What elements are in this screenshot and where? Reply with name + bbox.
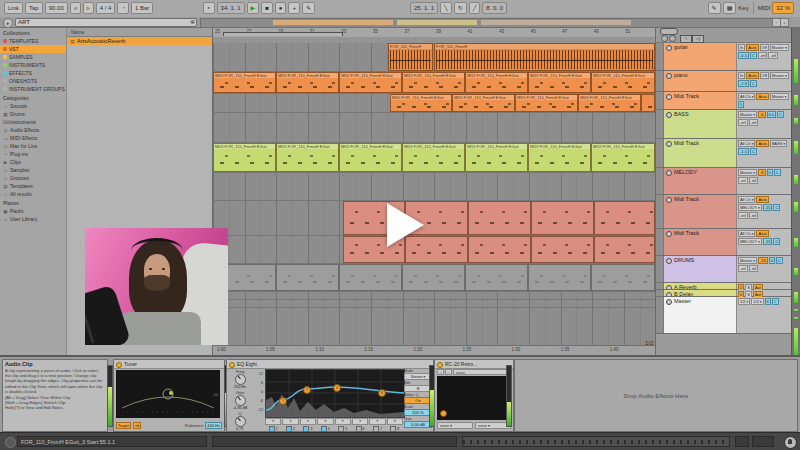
time-signature-field[interactable]: 4 / 4 xyxy=(96,2,116,14)
midi-clip[interactable]: MIDI FOR_110_FminH EGuit xyxy=(213,143,276,172)
mixer-chip[interactable]: All Ch xyxy=(738,196,755,203)
mixer-chip[interactable]: Off xyxy=(760,44,769,51)
sidebar-item-collection[interactable]: VST xyxy=(0,45,66,53)
midi-clip[interactable] xyxy=(468,236,531,263)
track-header-midi-track[interactable]: Midi TrackAll ChAutoMELODY-15C-inf-inf xyxy=(656,195,791,229)
arrangement-view[interactable]: 252729313335373941434547495153 FOR_110_F… xyxy=(213,28,655,355)
midi-clip[interactable]: MIDI FOR_110_FminH EGuit xyxy=(528,143,591,172)
sidebar-item-category[interactable]: ▤Templates xyxy=(0,182,66,190)
record-arm-icon[interactable] xyxy=(666,299,672,305)
eq-graph[interactable]: 1248 xyxy=(265,369,405,418)
track-crop-handle[interactable] xyxy=(656,195,664,228)
knob-dial[interactable] xyxy=(235,395,246,406)
sidebar-item-collection[interactable]: INSTRUMENT GROUPS xyxy=(0,85,66,93)
plugin-dropdown[interactable]: none xyxy=(437,422,473,429)
mixer-chip[interactable]: Auto xyxy=(746,44,758,51)
tuner-title-bar[interactable]: Tuner xyxy=(114,360,224,369)
quantize-menu[interactable]: 1 Bar xyxy=(131,2,153,14)
mixer-chip[interactable]: Auto xyxy=(756,230,768,237)
mixer-chip[interactable]: -inf xyxy=(738,265,748,272)
record-arm-icon[interactable] xyxy=(666,73,672,79)
mixer-chip[interactable]: MELODY xyxy=(738,204,762,211)
next-preset-button[interactable]: ▹ xyxy=(445,369,452,375)
device-drop-area[interactable]: Drop Audio Effects Here xyxy=(514,359,798,432)
arrangement-overview[interactable] xyxy=(200,18,788,28)
speaker-toggle-icon[interactable]: ◁) xyxy=(692,35,704,43)
band-filter-dropdown[interactable]: ▾ xyxy=(300,418,316,425)
knob-dial[interactable] xyxy=(235,416,246,427)
midi-clip[interactable]: MIDI FOR_110_FminH EGuit xyxy=(402,72,465,93)
mixer-chip[interactable]: C xyxy=(776,257,783,264)
mixer-chip[interactable]: 0 xyxy=(765,298,771,305)
track-header-drums[interactable]: DRUMSMaster-160C-inf-inf xyxy=(656,256,791,283)
track-header-melody[interactable]: MELODYMaster-80C-inf-inf xyxy=(656,168,791,195)
browser-search-input[interactable]: ART⊗ xyxy=(15,18,197,27)
mixer-chip[interactable]: Auto xyxy=(746,72,758,79)
tuner-target-button[interactable]: Target xyxy=(116,422,131,429)
link-button[interactable]: Link xyxy=(4,2,23,14)
midi-clip[interactable] xyxy=(591,264,655,291)
track-name[interactable]: B Delay xyxy=(664,290,736,296)
mixer-chip[interactable]: C xyxy=(774,169,781,176)
track-name[interactable]: Midi Track xyxy=(664,229,736,255)
track-name[interactable]: guitar xyxy=(664,43,736,70)
mixer-chip[interactable]: Auto xyxy=(756,196,768,203)
mixer-chip[interactable]: C xyxy=(773,238,780,245)
stop-button[interactable]: ■ xyxy=(261,2,273,14)
eq-band-node[interactable]: 1 xyxy=(279,397,287,405)
mixer-chip[interactable]: 0 xyxy=(769,257,775,264)
nudge-down-button[interactable]: ◃ xyxy=(70,2,81,14)
file-panel-name-header[interactable]: Name xyxy=(67,28,212,37)
eq-band-node[interactable]: 8 xyxy=(378,389,386,397)
prev-preset-button[interactable]: ◃ xyxy=(437,369,444,375)
sidebar-item-collection[interactable]: ONESHOTS xyxy=(0,77,66,85)
sidebar-item-category[interactable]: ∿Grooves xyxy=(0,174,66,182)
eq-title-bar[interactable]: EQ Eight xyxy=(227,360,433,369)
track-name[interactable]: Midi Track xyxy=(664,195,736,228)
preview-play-icon[interactable]: ▸ xyxy=(3,18,13,28)
mixer-chip[interactable]: -inf xyxy=(738,177,748,184)
mixer-chip[interactable]: All Ch xyxy=(738,230,755,237)
track-name[interactable]: piano xyxy=(664,71,736,91)
control-value[interactable]: B xyxy=(404,385,432,392)
midi-clip[interactable]: MIDI FOR_110_FminH EGuit xyxy=(402,143,465,172)
track-name[interactable]: DRUMS xyxy=(664,256,736,282)
control-value[interactable]: On xyxy=(404,397,432,404)
mixer-chip[interactable]: -0.5 xyxy=(738,52,749,59)
device-on-icon[interactable] xyxy=(229,362,235,368)
mixer-chip[interactable]: In xyxy=(738,44,745,51)
midi-clip[interactable]: MIDI FOR_110_FminH EGuit xyxy=(515,94,578,112)
record-arm-icon[interactable] xyxy=(666,292,672,296)
sidebar-item-place[interactable]: ⌂User Library xyxy=(0,215,66,223)
sends-toggle-icon[interactable] xyxy=(669,35,676,42)
track-name[interactable]: Midi Track xyxy=(664,92,736,109)
band-filter-dropdown[interactable]: ▾ xyxy=(282,418,298,425)
track-crop-handle[interactable] xyxy=(656,290,664,296)
mixer-chip[interactable]: -inf xyxy=(758,52,768,59)
midi-clip[interactable]: MIDI FOR_110_FminH EGuit xyxy=(578,94,641,112)
midi-clip[interactable] xyxy=(641,94,655,112)
audio-clip[interactable]: FOR_110_FminH xyxy=(434,43,655,71)
sidebar-item-category[interactable]: ⌨Instruments xyxy=(0,118,66,126)
device-on-icon[interactable] xyxy=(437,362,443,368)
track-header-a-reverb[interactable]: A Reverb0SAut xyxy=(656,283,791,290)
control-value[interactable]: Stereo xyxy=(404,373,432,380)
midi-clip[interactable] xyxy=(531,236,594,263)
mixer-chip[interactable]: -15 xyxy=(763,204,773,211)
mixer-chip[interactable]: Master xyxy=(770,93,789,100)
record-button[interactable]: ● xyxy=(275,2,287,14)
midi-clip[interactable]: MIDI FOR_110_FminH EGuit xyxy=(339,143,402,172)
record-arm-icon[interactable] xyxy=(666,285,672,289)
track-crop-handle[interactable] xyxy=(656,110,664,138)
computer-midi-keyboard-icon[interactable]: ▦ xyxy=(723,2,737,14)
sidebar-item-category[interactable]: ▦Drums xyxy=(0,110,66,118)
mixer-chip[interactable]: -15 xyxy=(763,238,773,245)
mixer-chip[interactable]: Master xyxy=(770,44,789,51)
play-button[interactable]: ▶ xyxy=(247,2,260,14)
metronome-button[interactable]: ◔ xyxy=(117,2,129,14)
punch-in-button[interactable]: ╲ xyxy=(440,2,452,14)
midi-clip[interactable] xyxy=(402,264,465,291)
loop-length-field[interactable]: 8. 0. 0 xyxy=(482,2,507,14)
mixer-chip[interactable]: 5 xyxy=(738,101,744,108)
midi-clip[interactable]: MIDI FOR_110_FminH EGuit xyxy=(390,94,452,112)
